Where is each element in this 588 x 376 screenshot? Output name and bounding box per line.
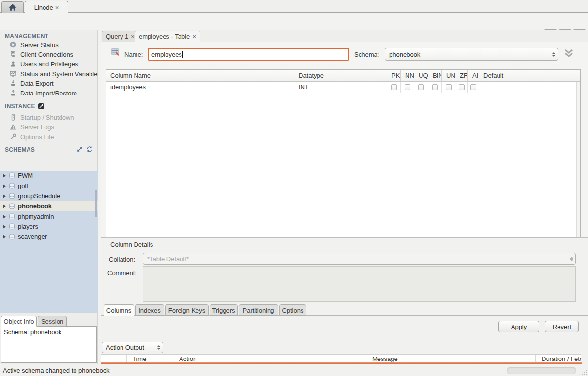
cell-un[interactable] xyxy=(442,82,455,93)
cell-nn[interactable] xyxy=(401,82,414,93)
expander-icon[interactable] xyxy=(3,204,6,208)
nn-checkbox[interactable] xyxy=(405,84,410,90)
mysql-workbench-window: Linode × SQL SQL i () xyxy=(0,0,588,376)
schema-combo[interactable]: phonebook xyxy=(385,48,558,61)
cell-column-name[interactable]: idemployees xyxy=(106,82,294,93)
un-checkbox[interactable] xyxy=(446,84,452,90)
sidebar-item-label: Status and System Variables xyxy=(20,70,98,78)
output-splitter[interactable]: ··· xyxy=(101,338,588,342)
cell-datatype[interactable]: INT xyxy=(294,82,387,93)
resize-grip-icon[interactable] xyxy=(581,369,587,375)
spinner-icon[interactable] xyxy=(552,48,556,60)
zf-checkbox[interactable] xyxy=(459,84,465,90)
cell-zf[interactable] xyxy=(455,82,468,93)
header-column-name[interactable]: Column Name xyxy=(106,70,294,81)
header-pk[interactable]: PK xyxy=(387,70,401,81)
schema-icon xyxy=(9,213,15,219)
bin-checkbox[interactable] xyxy=(432,84,438,90)
system-variables-icon xyxy=(10,70,16,77)
home-tab[interactable] xyxy=(1,1,24,13)
cell-default[interactable] xyxy=(479,82,580,93)
schema-tree-scrollbar[interactable] xyxy=(95,190,97,217)
schema-row-golf[interactable]: golf xyxy=(0,181,98,191)
expander-icon[interactable] xyxy=(3,225,6,229)
sidebar-splitter[interactable]: ··· xyxy=(0,313,98,316)
expander-icon[interactable] xyxy=(3,215,6,219)
sidebar-item-server-logs[interactable]: Server Logs xyxy=(0,122,98,132)
tab-object-info[interactable]: Object Info xyxy=(1,316,37,327)
header-bin[interactable]: BIN xyxy=(428,70,442,81)
schema-row-scavenger[interactable]: scavenger xyxy=(0,232,98,242)
schema-row-fwm[interactable]: FWM xyxy=(0,171,98,181)
tab-columns[interactable]: Columns xyxy=(104,304,134,316)
grid-scrollbar[interactable] xyxy=(576,82,580,237)
expander-icon[interactable] xyxy=(3,235,6,239)
sidebar-item-status-system-variables[interactable]: Status and System Variables xyxy=(0,69,98,78)
header-zf[interactable]: ZF xyxy=(455,70,468,81)
sidebar-item-options-file[interactable]: Options File xyxy=(0,132,98,141)
header-uq[interactable]: UQ xyxy=(414,70,428,81)
cell-ai[interactable] xyxy=(468,82,479,93)
comment-textarea[interactable] xyxy=(143,266,576,302)
header-ai[interactable]: AI xyxy=(468,70,479,81)
sidebar-item-label: Startup / Shutdown xyxy=(20,114,74,121)
tab-indexes[interactable]: Indexes xyxy=(135,304,164,316)
sidebar-item-startup-shutdown[interactable]: Startup / Shutdown xyxy=(0,112,98,122)
cell-pk[interactable] xyxy=(387,82,401,93)
divider xyxy=(106,251,581,251)
expander-icon[interactable] xyxy=(3,184,6,188)
schema-icon xyxy=(9,203,15,209)
sidebar-item-client-connections[interactable]: Client Connections xyxy=(0,49,98,59)
header-default[interactable]: Default xyxy=(479,70,580,81)
expand-editor-header-icon[interactable] xyxy=(563,49,574,59)
ai-checkbox[interactable] xyxy=(470,84,476,90)
spinner-icon[interactable] xyxy=(157,342,161,353)
sidebar-item-label: Data Export xyxy=(20,80,54,87)
status-message: Active schema changed to phonebook xyxy=(3,367,109,374)
expand-schemas-icon[interactable] xyxy=(77,146,83,152)
schema-row-phonebook[interactable]: phonebook xyxy=(0,201,98,211)
expander-icon[interactable] xyxy=(3,174,6,178)
tab-query-1[interactable]: Query 1× xyxy=(102,31,139,42)
schema-row-groupschedule[interactable]: groupSchedule xyxy=(0,191,98,201)
uq-checkbox[interactable] xyxy=(418,84,424,90)
table-row[interactable]: idemployees INT xyxy=(106,82,580,93)
table-name-input[interactable]: employees xyxy=(148,48,349,61)
tab-triggers[interactable]: Triggers xyxy=(210,304,238,316)
close-icon[interactable]: × xyxy=(55,4,59,11)
apply-button[interactable]: Apply xyxy=(498,321,539,332)
revert-button[interactable]: Revert xyxy=(545,321,579,332)
sidebar-item-data-export[interactable]: Data Export xyxy=(0,78,98,88)
expander-icon[interactable] xyxy=(3,194,6,198)
tab-options[interactable]: Options xyxy=(279,304,306,316)
cell-uq[interactable] xyxy=(414,82,428,93)
output-selector-combo[interactable]: Action Output xyxy=(102,342,163,353)
close-icon[interactable]: × xyxy=(192,33,196,40)
header-un[interactable]: UN xyxy=(442,70,455,81)
tab-foreign-keys[interactable]: Foreign Keys xyxy=(165,304,209,316)
connection-tab[interactable]: Linode × xyxy=(25,1,68,13)
header-nn[interactable]: NN xyxy=(401,70,414,81)
schema-row-players[interactable]: players xyxy=(0,221,98,232)
close-icon[interactable]: × xyxy=(131,33,135,40)
schema-icon xyxy=(9,223,15,230)
collation-label: Collation: xyxy=(109,256,135,263)
schema-row-phpmyadmin[interactable]: phpmyadmin xyxy=(0,211,98,221)
server-status-icon xyxy=(10,41,16,48)
cell-bin[interactable] xyxy=(428,82,442,93)
header-datatype[interactable]: Datatype xyxy=(294,70,387,81)
refresh-schemas-icon[interactable] xyxy=(87,146,92,152)
tab-partitioning[interactable]: Partitioning xyxy=(239,304,278,316)
schema-icon xyxy=(9,234,15,240)
collation-combo[interactable]: *Table Default* xyxy=(143,253,576,265)
sidebar-item-users-privileges[interactable]: Users and Privileges xyxy=(0,59,98,69)
sidebar-item-label: Options File xyxy=(20,133,54,141)
tab-employees-table[interactable]: employees - Table× xyxy=(135,31,200,43)
pk-checkbox[interactable] xyxy=(391,84,397,90)
tab-session[interactable]: Session xyxy=(38,316,67,327)
columns-grid: Column Name Datatype PK NN UQ BIN UN ZF … xyxy=(106,69,581,237)
sidebar-item-data-import-restore[interactable]: Data Import/Restore xyxy=(0,88,98,98)
schema-label: groupSchedule xyxy=(18,192,60,200)
sidebar-item-server-status[interactable]: Server Status xyxy=(0,40,98,49)
column-details-title: Column Details xyxy=(110,241,153,248)
